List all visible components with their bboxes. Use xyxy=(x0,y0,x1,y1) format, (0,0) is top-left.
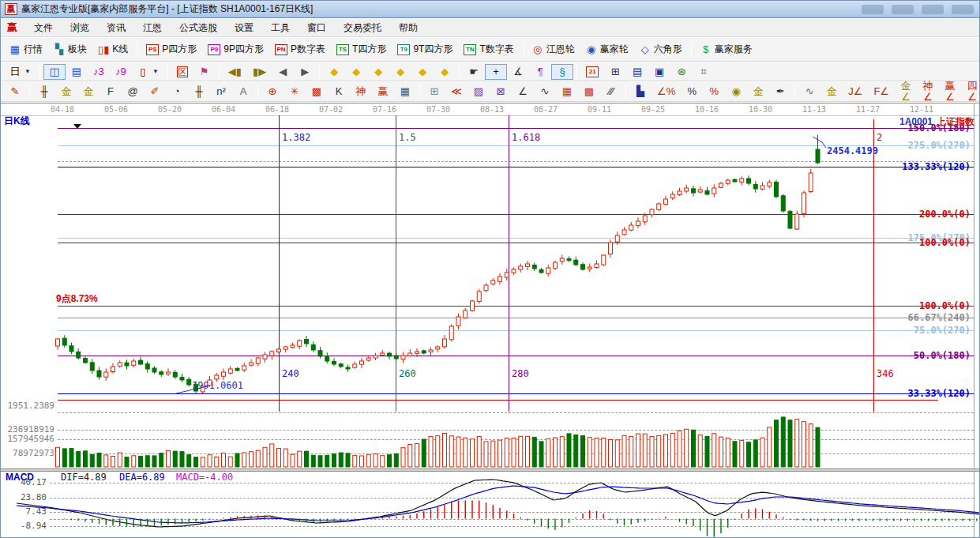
draw-red-grid-button[interactable]: ▦ xyxy=(556,84,578,100)
menu-9[interactable]: 交易委托 xyxy=(335,20,390,36)
draw-spiral-button[interactable]: @ xyxy=(122,84,144,100)
draw-pen-button[interactable]: ✎ xyxy=(4,84,26,100)
draw-angle-k-button[interactable]: K xyxy=(328,84,350,100)
nav-last-page-button[interactable]: ▮▶ xyxy=(247,64,272,80)
nav-diamond-shift-right-button[interactable]: ◆ xyxy=(345,64,367,80)
draw-f-grid-button[interactable]: F xyxy=(100,84,122,100)
nav-wave-9-button[interactable]: ♪9 xyxy=(110,64,132,80)
toolbar-t-table-button[interactable]: TNT数字表 xyxy=(458,40,519,58)
nav-diamond-zoom-out-button[interactable]: ◆ xyxy=(323,64,345,80)
draw-multi-line-button[interactable]: ∕∕∕ xyxy=(600,84,622,100)
toolbar-hexagon-button[interactable]: ◇六角形 xyxy=(634,40,688,58)
nav-notes-button[interactable]: ▤ xyxy=(626,64,648,80)
draw-percent-button[interactable]: % xyxy=(681,84,703,100)
nav-remote-button[interactable]: ⌗ xyxy=(693,64,715,80)
nav-gann-net-button[interactable]: ◫ xyxy=(43,64,66,80)
draw-gold-angle-button[interactable]: 金∠ xyxy=(895,78,917,105)
draw-text-tool-button[interactable]: A xyxy=(232,84,254,100)
draw-f-angle-button[interactable]: F∠ xyxy=(868,84,895,100)
nav-diamond-compress-all-button[interactable]: ◆ xyxy=(434,64,456,80)
nav-hand-tool-button[interactable]: ☛ xyxy=(463,64,485,80)
draw-rays-button[interactable]: ≪ xyxy=(445,84,467,100)
draw-box-tool-button[interactable]: ⊞ xyxy=(423,84,445,100)
menu-2[interactable]: 浏览 xyxy=(62,20,98,36)
menu-1[interactable]: 文件 xyxy=(25,20,62,36)
toolbar-winner-service-button[interactable]: $赢家服务 xyxy=(695,40,758,58)
toolbar-p-square-button[interactable]: PSP四方形 xyxy=(141,40,202,58)
draw-ink-pen-button[interactable]: ✒ xyxy=(769,84,791,100)
toolbar-quotes-button[interactable]: ▦行情 xyxy=(4,40,48,58)
nav-diamond-expand-h-button[interactable]: ◆ xyxy=(367,64,389,80)
nav-save-button[interactable]: ▣ xyxy=(648,64,670,80)
draw-gold-grid-button[interactable]: 金 xyxy=(55,84,77,100)
draw-zigzag-button[interactable]: ∿ xyxy=(534,84,556,100)
draw-n2-grid-button[interactable]: n² xyxy=(210,84,232,100)
draw-red-grid-arrow-button[interactable]: ▩ xyxy=(578,84,600,100)
window-button-4[interactable] xyxy=(952,5,974,14)
draw-four-angle-button[interactable]: 四∠ xyxy=(961,78,980,105)
nav-angle-tool-button[interactable]: ∡ xyxy=(507,64,529,80)
draw-pen-ruler-button[interactable]: ✐ xyxy=(144,84,166,100)
nav-gann-tool-button[interactable]: ¶ xyxy=(529,64,551,80)
draw-rays-box-button[interactable]: ▨ xyxy=(467,84,490,100)
menu-7[interactable]: 工具 xyxy=(262,20,299,36)
menu-5[interactable]: 公式选股 xyxy=(171,20,226,36)
draw-shen-angle-button[interactable]: 神∠ xyxy=(917,78,939,105)
period-day-dropdown-arrow[interactable]: ▼ xyxy=(24,68,31,75)
menu-10[interactable]: 帮助 xyxy=(390,20,426,36)
toolbar-p-table-button[interactable]: PNP数字表 xyxy=(269,40,331,58)
candle-type-dropdown-arrow[interactable]: ▼ xyxy=(152,68,159,75)
toolbar-9p-square-button[interactable]: P99P四方形 xyxy=(202,40,269,58)
toolbar-9t-square-button[interactable]: T99T四方形 xyxy=(392,40,458,58)
draw-circle-cross-button[interactable]: ⊕ xyxy=(261,84,283,100)
menu-3[interactable]: 资讯 xyxy=(98,20,134,36)
draw-trend-angle-button[interactable]: ∠ xyxy=(512,84,534,100)
draw-shen-grid-button[interactable]: 神 xyxy=(350,84,372,100)
toolbar-winner-wheel-button[interactable]: ◉赢家轮 xyxy=(580,40,634,58)
draw-j-angle-button[interactable]: J∠ xyxy=(843,84,868,100)
nav-colorful-flag-button[interactable]: ⚑ xyxy=(193,64,216,80)
window-button-1[interactable] xyxy=(862,5,884,14)
draw-grid2-button[interactable]: ╫ xyxy=(188,84,210,100)
nav-invert-button[interactable]: 区 xyxy=(171,64,193,80)
draw-ying-grid-button[interactable]: 赢 xyxy=(372,84,394,100)
draw-gold-box-button[interactable]: 金 xyxy=(820,84,843,100)
nav-info-panel-button[interactable]: ▤ xyxy=(66,64,88,80)
draw-gold-grid2-button[interactable]: 金 xyxy=(77,84,100,100)
nav-cycle-tool-button[interactable]: § xyxy=(551,64,573,80)
nav-prev-page-button[interactable]: ◀ xyxy=(272,64,294,80)
draw-ruler-grid-button[interactable]: ▦ xyxy=(394,84,416,100)
draw-starburst-button[interactable]: ✳ xyxy=(283,84,306,100)
toolbar-kline-button[interactable]: ▯▮K线 xyxy=(92,40,133,58)
nav-calculator-button[interactable]: ⊞ xyxy=(604,64,626,80)
nav-network-button[interactable]: ⊛ xyxy=(670,64,693,80)
nav-candle-type-button[interactable]: ▯▼ xyxy=(132,64,164,80)
draw-volume-profile-button[interactable]: ▙ xyxy=(629,84,651,100)
window-button-3[interactable] xyxy=(922,5,944,14)
draw-percent-line-button[interactable]: ∠% xyxy=(651,84,681,100)
window-button-2[interactable] xyxy=(892,5,914,14)
toolbar-gann-wheel-button[interactable]: ◎江恩轮 xyxy=(527,40,580,58)
nav-calendar-button[interactable]: 21 xyxy=(580,64,604,80)
nav-first-page-button[interactable]: ◀▮ xyxy=(223,64,247,80)
draw-grid-lines-button[interactable]: ╫ xyxy=(33,84,55,100)
menu-4[interactable]: 江恩 xyxy=(134,20,171,36)
toolbar-t-square-button[interactable]: TST四方形 xyxy=(331,40,392,58)
nav-wave-3-button[interactable]: ♪3 xyxy=(88,64,110,80)
menu-6[interactable]: 设置 xyxy=(226,20,262,36)
nav-diamond-compress-h-button[interactable]: ◆ xyxy=(389,64,411,80)
draw-time-circle-button[interactable]: ◔ xyxy=(166,84,188,100)
draw-square-net-button[interactable]: ▩ xyxy=(306,84,328,100)
draw-wave-tool-button[interactable]: ∿ xyxy=(798,84,820,100)
draw-gold-line-button[interactable]: 金 xyxy=(747,84,769,100)
nav-diamond-expand-all-button[interactable]: ◆ xyxy=(411,64,434,80)
nav-period-day-button[interactable]: 日▼ xyxy=(4,64,36,80)
draw-gold-circle-button[interactable]: ◉ xyxy=(725,84,747,100)
nav-crosshair-button[interactable]: + xyxy=(485,64,507,80)
nav-next-page-button[interactable]: ▶ xyxy=(294,64,316,80)
draw-percent-level-button[interactable]: % xyxy=(703,84,725,100)
draw-ying-angle-button[interactable]: 赢∠ xyxy=(939,78,961,105)
toolbar-sectors-button[interactable]: ▚板块 xyxy=(48,40,92,58)
draw-rays-box2-button[interactable]: ⊠ xyxy=(490,84,512,100)
menu-8[interactable]: 窗口 xyxy=(299,20,335,36)
